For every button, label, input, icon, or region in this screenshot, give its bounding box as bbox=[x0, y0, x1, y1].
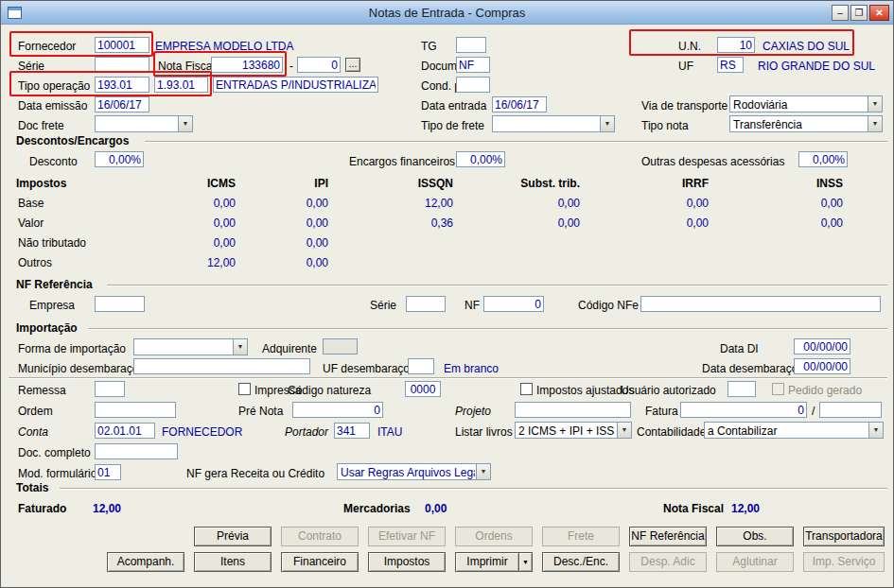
fornecedor-label: Fornecedor bbox=[18, 40, 76, 53]
cell-valor-icms: 0,00 bbox=[150, 216, 236, 230]
outras-despesas-input[interactable] bbox=[798, 151, 848, 167]
usuario-autorizado-input[interactable] bbox=[727, 381, 756, 397]
contabilidade-label: Contabilidade bbox=[637, 425, 706, 439]
codigo-natureza-input[interactable] bbox=[405, 381, 441, 397]
uf-desembaraco-input[interactable] bbox=[408, 358, 434, 374]
nfref-nf-input[interactable] bbox=[483, 296, 544, 312]
ordem-input[interactable] bbox=[95, 402, 176, 418]
frete-button: Frete bbox=[542, 527, 620, 546]
municipio-desembaraco-label: Município desembaraço bbox=[18, 362, 138, 375]
uf-desembaraco-label: UF desembaraço bbox=[323, 362, 410, 375]
cell-valor-inss: 0,00 bbox=[758, 216, 843, 230]
fatura-input[interactable] bbox=[680, 402, 807, 418]
cell-base-subst: 0,00 bbox=[495, 197, 580, 210]
forma-importacao-dropdown[interactable]: ▼ bbox=[133, 338, 248, 355]
acompanh-button[interactable]: Acompanh. bbox=[107, 552, 184, 572]
tipo-operacao-label: Tipo operação bbox=[18, 79, 90, 93]
desconto-input[interactable] bbox=[95, 151, 144, 167]
fatura-input2[interactable] bbox=[819, 402, 882, 418]
fornecedor-input[interactable] bbox=[95, 37, 149, 53]
faturado-label: Faturado bbox=[18, 502, 66, 515]
data-emissao-input[interactable] bbox=[95, 96, 149, 112]
totais-nota-fiscal-label: Nota Fiscal bbox=[663, 502, 724, 515]
cell-outros-icms: 12,00 bbox=[150, 256, 236, 269]
uf-input[interactable] bbox=[717, 57, 744, 73]
tipo-nota-dropdown[interactable]: Transferência ▼ bbox=[729, 115, 883, 132]
impostos-ajustados-checkbox[interactable] bbox=[520, 383, 533, 395]
minimize-button[interactable]: – bbox=[832, 5, 849, 21]
nf-gera-dropdown[interactable]: Usar Regras Arquivos Legais ▼ bbox=[337, 463, 491, 480]
nf-referencia-button[interactable]: NF Referência bbox=[629, 527, 707, 546]
empresa-input[interactable] bbox=[95, 296, 145, 312]
cell-valor-subst: 0,00 bbox=[495, 216, 580, 230]
previa-button[interactable]: Prévia bbox=[194, 527, 272, 546]
maximize-button[interactable]: ❐ bbox=[850, 5, 868, 21]
imprimir-button[interactable]: Imprimir bbox=[455, 552, 519, 572]
impressa-checkbox[interactable] bbox=[238, 383, 251, 395]
tipo-operacao-code-input[interactable] bbox=[95, 77, 149, 93]
projeto-input[interactable] bbox=[515, 402, 631, 418]
via-transporte-dropdown[interactable]: Rodoviária ▼ bbox=[729, 95, 883, 112]
portador-label: Portador bbox=[285, 425, 328, 439]
codigo-natureza-label: Código natureza bbox=[288, 384, 371, 397]
nf-referencia-section-title: NF Referência bbox=[16, 278, 93, 291]
section-divider bbox=[145, 141, 887, 142]
nota-fiscal-browse-button[interactable]: ... bbox=[345, 58, 360, 72]
portador-input[interactable] bbox=[334, 423, 370, 439]
codigo-nfe-input[interactable] bbox=[640, 296, 881, 312]
col-icms: ICMS bbox=[150, 177, 236, 190]
section-divider bbox=[88, 328, 887, 329]
uf-desembaraco-hint: Em branco bbox=[444, 362, 499, 375]
doc-completo-input[interactable] bbox=[95, 443, 178, 459]
close-button[interactable]: ✕ bbox=[869, 5, 889, 21]
nota-fiscal-label: Nota Fiscal bbox=[158, 60, 215, 73]
serie-label: Série bbox=[18, 60, 44, 73]
window-title: Notas de Entrada - Compras bbox=[1, 6, 893, 20]
listar-livros-dropdown[interactable]: 2 ICMS + IPI + ISS ▼ bbox=[515, 422, 632, 439]
doc-frete-label: Doc frete bbox=[18, 119, 64, 132]
conta-input[interactable] bbox=[95, 423, 155, 439]
cell-valor-irrf: 0,00 bbox=[623, 216, 709, 230]
nota-fiscal-dash: - bbox=[289, 60, 293, 73]
chevron-down-icon: ▼ bbox=[600, 116, 614, 131]
doc-frete-dropdown[interactable]: ▼ bbox=[95, 115, 193, 132]
tg-input[interactable] bbox=[456, 37, 486, 53]
tg-label: TG bbox=[421, 40, 437, 53]
adquirente-label: Adquirente bbox=[262, 342, 317, 355]
cell-base-inss: 0,00 bbox=[758, 197, 843, 210]
uf-label: UF bbox=[678, 60, 693, 73]
data-desembaraco-input[interactable] bbox=[794, 358, 850, 374]
obs-button[interactable]: Obs. bbox=[716, 527, 794, 546]
tipo-frete-dropdown[interactable]: ▼ bbox=[492, 115, 615, 132]
tipo-operacao-code2-input[interactable] bbox=[154, 77, 208, 93]
faturado-value: 12,00 bbox=[93, 502, 121, 515]
nota-fiscal-seq-input[interactable] bbox=[297, 57, 341, 73]
contabilidade-dropdown[interactable]: a Contabilizar ▼ bbox=[704, 422, 884, 439]
data-di-input[interactable] bbox=[794, 338, 850, 355]
itens-button[interactable]: Itens bbox=[194, 552, 272, 572]
serie-input[interactable] bbox=[95, 57, 149, 73]
nfref-serie-input[interactable] bbox=[406, 296, 446, 312]
un-input[interactable] bbox=[717, 37, 755, 53]
un-label: U.N. bbox=[678, 40, 701, 53]
pre-nota-input[interactable] bbox=[292, 402, 383, 418]
conta-label: Conta bbox=[18, 425, 48, 439]
mod-formulario-input[interactable] bbox=[95, 464, 121, 480]
nota-fiscal-input[interactable] bbox=[211, 57, 283, 73]
transportadora-button[interactable]: Transportadora bbox=[803, 527, 885, 546]
row-nao-tributado-label: Não tributado bbox=[18, 236, 86, 250]
desc-enc-button[interactable]: Desc./Enc. bbox=[542, 552, 620, 572]
data-entrada-input[interactable] bbox=[492, 96, 547, 112]
impostos-button[interactable]: Impostos bbox=[368, 552, 446, 572]
pedido-gerado-label: Pedido gerado bbox=[788, 384, 862, 397]
cond-pag-input[interactable] bbox=[456, 77, 490, 93]
doc-completo-label: Doc. completo bbox=[18, 446, 91, 459]
financeiro-button[interactable]: Financeiro bbox=[281, 552, 359, 572]
section-divider bbox=[9, 377, 887, 378]
imprimir-dropdown-arrow-button[interactable]: ▼ bbox=[518, 552, 533, 572]
uf-name: RIO GRANDE DO SUL bbox=[758, 60, 875, 73]
remessa-input[interactable] bbox=[95, 381, 125, 397]
municipio-desembaraco-input[interactable] bbox=[133, 358, 310, 374]
documento-input[interactable] bbox=[456, 57, 490, 73]
encargos-input[interactable] bbox=[456, 151, 505, 167]
